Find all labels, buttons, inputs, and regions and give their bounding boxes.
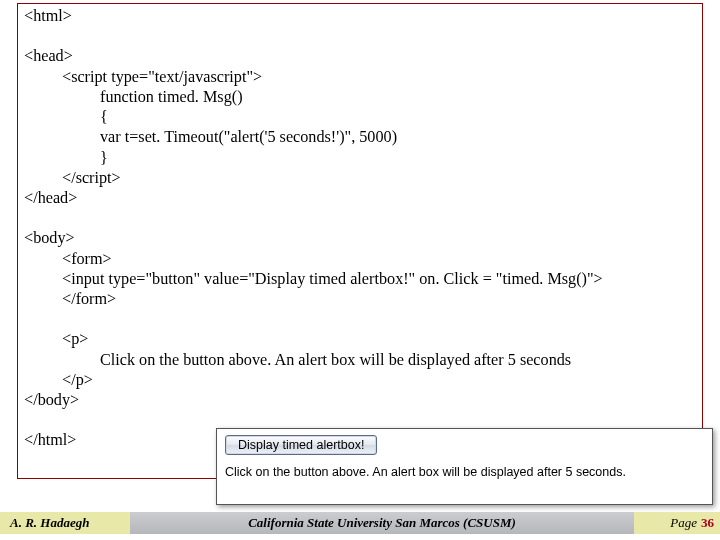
rendered-preview: Display timed alertbox! Click on the but… <box>216 428 713 505</box>
code-line: </head> <box>24 188 696 208</box>
code-line: <html> <box>24 6 696 26</box>
code-line: var t=set. Timeout("alert('5 seconds!')"… <box>100 127 696 147</box>
code-line: } <box>100 148 696 168</box>
code-line: </form> <box>62 289 696 309</box>
code-line: </p> <box>62 370 696 390</box>
code-line: <form> <box>62 249 696 269</box>
footer-author: A. R. Hadaegh <box>0 512 130 534</box>
page-label: Page <box>670 515 697 531</box>
code-line: <body> <box>24 228 696 248</box>
code-line: <head> <box>24 46 696 66</box>
footer-page: Page 36 <box>634 512 720 534</box>
code-line: Click on the button above. An alert box … <box>100 350 696 370</box>
code-frame: <html> <head> <script type="text/javascr… <box>17 3 703 479</box>
code-line: <script type="text/javascript"> <box>62 67 696 87</box>
preview-caption: Click on the button above. An alert box … <box>225 465 704 479</box>
page-number: 36 <box>701 515 714 531</box>
code-line: { <box>100 107 696 127</box>
code-line: </body> <box>24 390 696 410</box>
code-line: function timed. Msg() <box>100 87 696 107</box>
footer-institution: California State University San Marcos (… <box>130 512 634 534</box>
blank-line <box>24 208 696 228</box>
blank-line <box>24 309 696 329</box>
blank-line <box>24 26 696 46</box>
code-line: <p> <box>62 329 696 349</box>
display-alert-button[interactable]: Display timed alertbox! <box>225 435 377 455</box>
slide-footer: A. R. Hadaegh California State Universit… <box>0 512 720 534</box>
code-line: <input type="button" value="Display time… <box>62 269 696 289</box>
code-line: </script> <box>62 168 696 188</box>
